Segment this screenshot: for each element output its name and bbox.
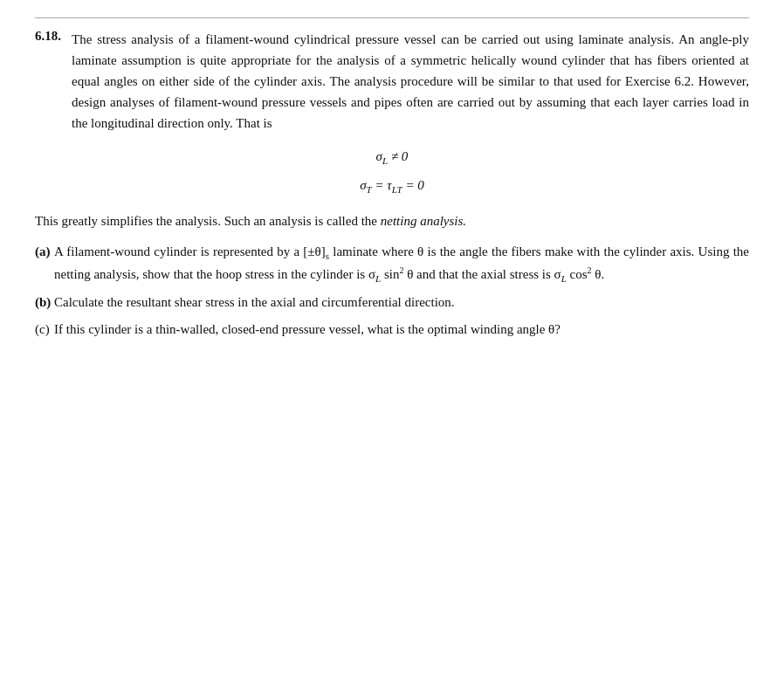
- part-c-label: (c): [35, 319, 54, 341]
- sigma-L: σL ≠ 0: [376, 149, 409, 163]
- equation-1: σL ≠ 0: [376, 149, 409, 166]
- netting-text1: This greatly simplifies the analysis. Su…: [35, 214, 377, 228]
- problem-intro: The stress analysis of a filament-wound …: [72, 29, 749, 134]
- sigma-T-tau-LT: σT = τLT = 0: [360, 178, 424, 192]
- top-divider: [35, 17, 749, 18]
- netting-italic: netting analysis.: [381, 214, 466, 228]
- part-b-label: (b): [35, 292, 54, 313]
- part-c: (c) If this cylinder is a thin-walled, c…: [35, 319, 749, 341]
- part-a-content: A filament-wound cylinder is represented…: [54, 241, 749, 286]
- part-b-content: Calculate the resultant shear stress in …: [54, 292, 749, 313]
- equation-2: σT = τLT = 0: [360, 178, 424, 195]
- part-a-label: (a): [35, 241, 54, 286]
- intro-text: The stress analysis of a filament-wound …: [72, 32, 749, 130]
- problem-header: 6.18. The stress analysis of a filament-…: [35, 29, 749, 134]
- part-c-content: If this cylinder is a thin-walled, close…: [54, 319, 749, 341]
- netting-section: This greatly simplifies the analysis. Su…: [35, 210, 749, 232]
- page: 6.18. The stress analysis of a filament-…: [0, 0, 784, 688]
- part-b: (b) Calculate the resultant shear stress…: [35, 292, 749, 313]
- parts-list: (a) A filament-wound cylinder is represe…: [35, 241, 749, 341]
- part-a: (a) A filament-wound cylinder is represe…: [35, 241, 749, 286]
- problem-number: 6.18.: [35, 29, 72, 134]
- equations-block: σL ≠ 0 σT = τLT = 0: [35, 149, 749, 195]
